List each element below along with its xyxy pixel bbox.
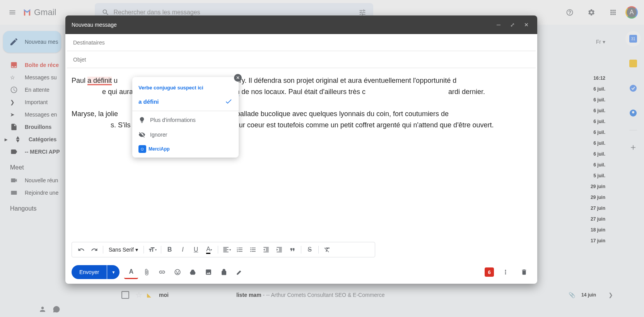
italic-button[interactable]: I: [177, 243, 189, 256]
popup-brand-name[interactable]: MerciApp: [149, 146, 170, 152]
drive-button[interactable]: [186, 265, 200, 279]
image-button[interactable]: [202, 265, 215, 279]
chevron-down-icon: ▾: [135, 247, 138, 253]
link-button[interactable]: [155, 265, 169, 279]
indent-button[interactable]: [273, 243, 285, 256]
merci-logo-icon: ☺: [138, 145, 146, 153]
minimize-button[interactable]: ─: [494, 20, 503, 29]
popup-more-info[interactable]: Plus d'informations: [132, 113, 239, 127]
popup-header: Verbe conjugué suspect ici: [132, 80, 239, 94]
check-icon: [225, 98, 232, 105]
compose-title: Nouveau message: [72, 22, 117, 28]
outdent-button[interactable]: [260, 243, 272, 256]
subject-field[interactable]: Objet: [67, 51, 536, 68]
discard-button[interactable]: [517, 265, 531, 279]
recipients-field[interactable]: Destinataires: [67, 34, 536, 51]
compose-actions: Envoyer ▼ A 6: [65, 260, 537, 284]
emoji-button[interactable]: [171, 265, 184, 279]
more-options-button[interactable]: [499, 265, 512, 279]
send-more-button[interactable]: ▼: [107, 265, 120, 279]
attach-button[interactable]: [140, 265, 154, 279]
quote-button[interactable]: [286, 243, 299, 256]
popup-close-button[interactable]: ✕: [234, 74, 242, 82]
grammar-suggestion[interactable]: a défini: [132, 94, 239, 109]
font-family-select[interactable]: Sans Serif ▾: [106, 247, 141, 253]
align-button[interactable]: ▾: [220, 243, 233, 256]
grammar-error[interactable]: a définit: [87, 77, 112, 85]
clear-format-button[interactable]: [321, 243, 333, 256]
visibility-off-icon: [138, 131, 145, 138]
bullet-list-button[interactable]: [247, 243, 259, 256]
strikethrough-button[interactable]: S: [304, 243, 316, 256]
underline-button[interactable]: U: [190, 243, 202, 256]
confidential-button[interactable]: [217, 265, 231, 279]
bold-button[interactable]: B: [164, 243, 176, 256]
format-toolbar: Sans Serif ▾ ▾ B I U A▾ ▾ S: [72, 242, 375, 257]
font-format-button[interactable]: A: [124, 265, 138, 279]
text-color-button[interactable]: A▾: [203, 243, 215, 256]
popup-ignore[interactable]: Ignorer: [132, 127, 239, 142]
font-size-button[interactable]: ▾: [146, 243, 159, 256]
lightbulb-icon: [138, 117, 145, 123]
undo-button[interactable]: [75, 243, 87, 256]
expand-button[interactable]: ⤢: [508, 20, 517, 29]
send-button[interactable]: Envoyer: [72, 265, 107, 279]
popup-brand: ☺ MerciApp: [132, 142, 239, 154]
redo-button[interactable]: [88, 243, 101, 256]
error-count-badge[interactable]: 6: [485, 267, 494, 277]
compose-header: Nouveau message ─ ⤢ ✕: [65, 15, 537, 34]
grammar-popup: ✕ Verbe conjugué suspect ici a défini Pl…: [132, 77, 239, 158]
signature-button[interactable]: [232, 265, 246, 279]
close-button[interactable]: ✕: [522, 20, 531, 29]
numbered-list-button[interactable]: [234, 243, 246, 256]
chevron-down-icon: ▼: [111, 270, 115, 274]
